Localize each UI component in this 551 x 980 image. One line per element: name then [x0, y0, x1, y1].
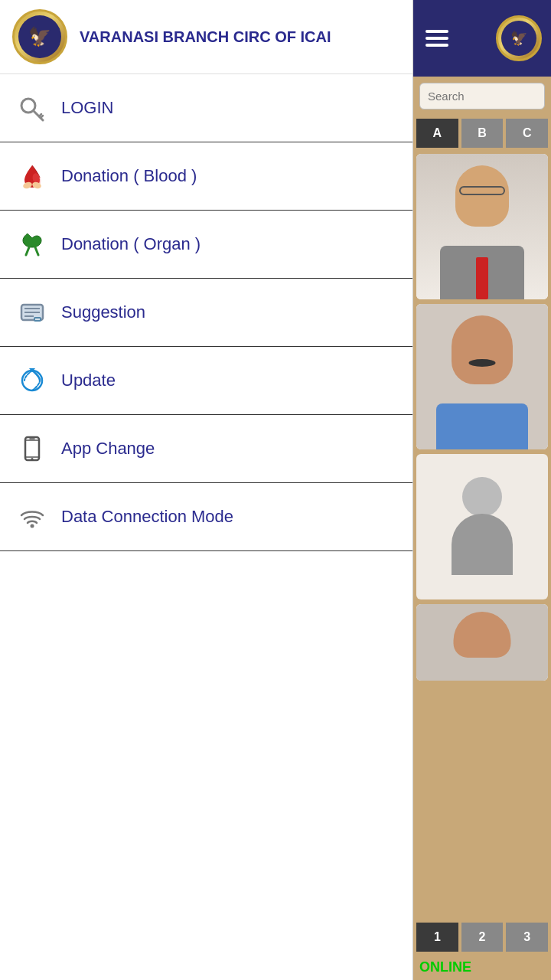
svg-point-17 [31, 458, 34, 460]
status-bar: ONLINE [413, 955, 551, 980]
alpha-btn-c[interactable]: C [506, 119, 548, 148]
page-btn-3[interactable]: 3 [506, 923, 548, 952]
right-header: 🦅 [413, 0, 551, 77]
member-body-2 [436, 403, 528, 449]
menu-blood-label: Donation ( Blood ) [61, 166, 197, 186]
right-logo-icon: 🦅 [510, 30, 527, 47]
menu-organ-label: Donation ( Organ ) [61, 234, 201, 254]
menu-login-label: LOGIN [61, 98, 113, 118]
menu-item-data-connection[interactable]: Data Connection Mode [0, 483, 412, 551]
member-card-2[interactable] [416, 304, 548, 449]
alpha-btn-b[interactable]: B [461, 119, 504, 148]
glasses-icon [459, 186, 505, 195]
silhouette-head [462, 477, 502, 517]
update-icon [15, 364, 49, 397]
member-card-3[interactable] [416, 454, 548, 599]
menu-suggestion-label: Suggestion [61, 302, 145, 322]
key-icon [15, 91, 49, 125]
hamburger-line-2 [425, 37, 448, 40]
left-panel: 🦅 VARANASI BRANCH CIRC OF ICAI LOGIN [0, 0, 413, 980]
hamburger-button[interactable] [422, 27, 452, 50]
member-mustache-2 [469, 359, 496, 367]
member-face-4 [454, 612, 511, 658]
svg-line-1 [34, 111, 43, 120]
hamburger-line-1 [425, 30, 448, 33]
page-row: 1 2 3 [413, 920, 551, 955]
page-btn-1[interactable]: 1 [416, 923, 458, 952]
organ-icon [15, 227, 49, 261]
logo-icon: 🦅 [28, 26, 51, 47]
app-header: 🦅 VARANASI BRANCH CIRC OF ICAI [0, 0, 412, 74]
phone-icon [15, 432, 49, 466]
member-silhouette [416, 454, 548, 599]
menu-app-change-label: App Change [61, 439, 155, 459]
silhouette-shape [448, 477, 517, 577]
blood-icon [15, 159, 49, 193]
menu-item-app-change[interactable]: App Change [0, 415, 412, 483]
suggestion-icon [15, 296, 49, 329]
menu-item-login[interactable]: LOGIN [0, 74, 412, 142]
member-tie-1 [476, 257, 488, 299]
right-panel: 🦅 A B C [413, 0, 551, 980]
menu-data-connection-label: Data Connection Mode [61, 507, 233, 527]
member-face-1 [455, 165, 509, 227]
svg-line-3 [41, 116, 43, 118]
right-logo: 🦅 [496, 15, 542, 61]
alpha-row: A B C [413, 116, 551, 151]
logo: 🦅 [12, 9, 67, 64]
svg-line-2 [39, 114, 41, 116]
member-card-1[interactable] [416, 154, 548, 299]
page-btn-2[interactable]: 2 [461, 923, 504, 952]
menu-item-update[interactable]: Update [0, 347, 412, 415]
menu-update-label: Update [61, 371, 116, 390]
silhouette-body [452, 514, 513, 575]
menu-item-blood-donation[interactable]: Donation ( Blood ) [0, 142, 412, 211]
app-title: VARANASI BRANCH CIRC OF ICAI [80, 27, 331, 47]
members-list [413, 151, 551, 920]
menu-item-organ-donation[interactable]: Donation ( Organ ) [0, 211, 412, 279]
member-card-4[interactable] [416, 604, 548, 681]
alpha-btn-a[interactable]: A [416, 119, 458, 148]
search-input[interactable] [419, 83, 545, 109]
menu-item-suggestion[interactable]: Suggestion [0, 279, 412, 347]
member-face-2 [452, 315, 513, 384]
svg-point-19 [31, 524, 34, 528]
hamburger-line-3 [425, 44, 448, 47]
menu-list: LOGIN Donation ( Blood ) [0, 74, 412, 980]
search-container [413, 77, 551, 116]
wifi-icon [15, 500, 49, 534]
online-status: ONLINE [419, 959, 471, 975]
